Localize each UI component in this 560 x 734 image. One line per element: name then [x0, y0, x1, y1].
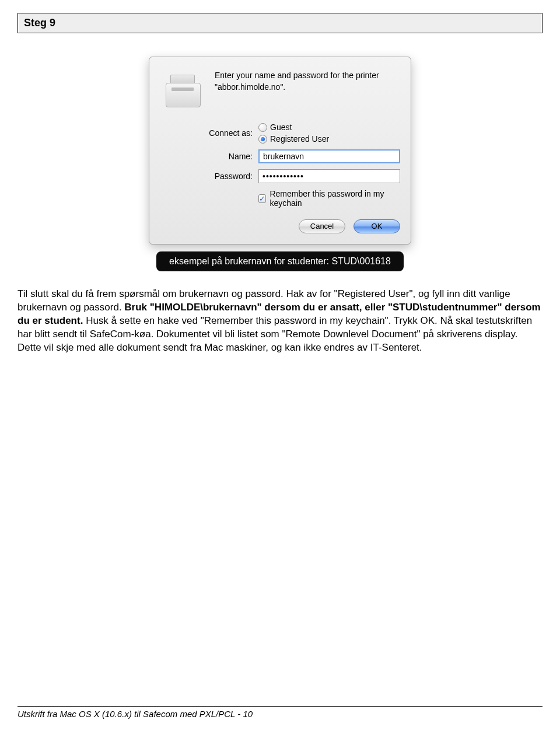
page-footer: Utskrift fra Mac OS X (10.6.x) til Safec… [18, 706, 542, 719]
instruction-paragraph: Til slutt skal du få frem spørsmål om br… [18, 288, 542, 355]
password-input[interactable] [258, 169, 400, 183]
radio-registered-user[interactable]: Registered User [258, 134, 329, 144]
name-input[interactable] [258, 149, 400, 163]
cancel-button[interactable]: Cancel [299, 219, 345, 233]
printer-icon [162, 71, 204, 112]
name-label: Name: [162, 152, 258, 161]
ok-button[interactable]: OK [354, 219, 400, 233]
radio-icon [258, 135, 267, 144]
caption-bar: eksempel på brukernavn for studenter: ST… [156, 251, 404, 271]
guest-label: Guest [270, 123, 292, 132]
check-icon: ✓ [258, 194, 266, 203]
body-part-2: Husk å sette en hake ved "Remember this … [18, 315, 532, 353]
remember-label: Remember this password in my keychain [270, 189, 400, 208]
registered-label: Registered User [270, 134, 329, 144]
step-header: Steg 9 [18, 13, 542, 33]
remember-checkbox-row[interactable]: ✓ Remember this password in my keychain [258, 189, 400, 208]
dialog-prompt: Enter your name and password for the pri… [215, 70, 400, 93]
password-label: Password: [162, 172, 258, 181]
connect-as-label: Connect as: [162, 128, 258, 138]
radio-icon [258, 123, 267, 132]
radio-guest[interactable]: Guest [258, 123, 329, 132]
auth-dialog: Enter your name and password for the pri… [149, 57, 411, 244]
